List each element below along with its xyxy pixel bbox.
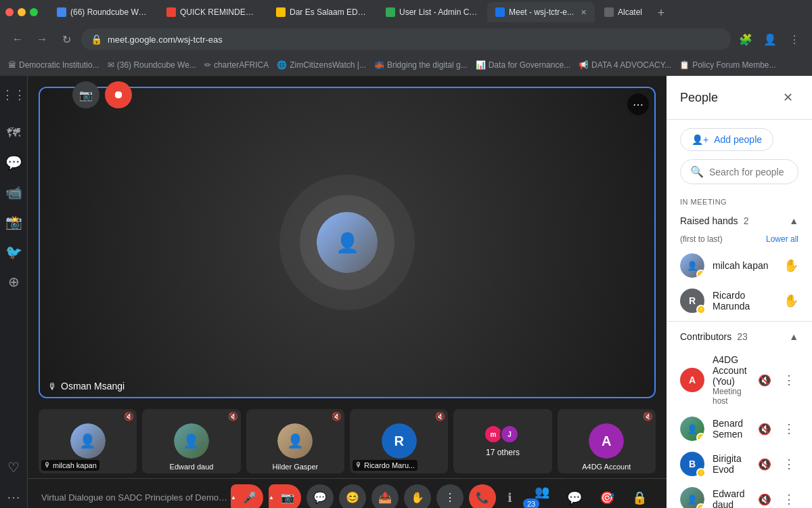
search-input[interactable] [709, 167, 788, 177]
thumb-others[interactable]: m J 17 others [453, 409, 551, 473]
mic-muted-indicator: 🎙 [48, 381, 57, 391]
profile-button[interactable]: 👤 [761, 30, 780, 49]
tab-userlist[interactable]: User List - Admin Conso... [378, 2, 486, 22]
person-info-a4dg: A4DG Account (You) Meeting host [713, 354, 750, 406]
person-info-birigita: Birigita Evod [713, 453, 750, 475]
contributors-section-header[interactable]: Contributors 23 ▲ [667, 324, 812, 349]
lower-all-button[interactable]: Lower all [766, 234, 798, 244]
person-info-edward-contrib: Edward daud [713, 488, 750, 508]
menu-button[interactable]: ⋮ [785, 30, 804, 49]
thumb-name-a4dg: A4DG Account [560, 463, 653, 471]
lock-button[interactable]: 🔒 [626, 484, 653, 509]
mic-muted-edward: 🔇 [758, 493, 771, 506]
host-badge-birigita: ⭐ [696, 468, 706, 478]
main-controls: ▲ 🎤 ▲ 📷 💬 😊 📤 ✋ ⋮ 📞 [231, 484, 496, 509]
maps-icon[interactable]: 🗺 [0, 119, 27, 146]
more-options-icon[interactable]: ⋯ [0, 484, 27, 508]
tab-dar[interactable]: Dar Es Salaam EDITION [268, 2, 376, 22]
messenger-icon[interactable]: 💬 [0, 149, 27, 176]
search-box: 🔍 [680, 159, 798, 184]
mic-muted-benard: 🔇 [758, 423, 771, 436]
info-button[interactable]: ℹ [496, 484, 523, 509]
thumb-name-ricardo: 🎙 Ricardo Maru... [353, 460, 418, 471]
thumb-avatar-a4dg: A [589, 423, 624, 459]
camera-off-indicator[interactable]: 📷 [72, 81, 99, 108]
thumb-ricardo[interactable]: R 🔇 🎙 Ricardo Maru... [350, 409, 448, 473]
participants-button-wrapper[interactable]: 👥 23 [528, 478, 556, 509]
person-more-edward[interactable]: ⋮ [780, 490, 798, 508]
activities-button[interactable]: 🎯 [593, 484, 621, 509]
avatar-inner-circle: 👤 [300, 195, 394, 290]
mic-toggle-button[interactable]: 🎤 [236, 484, 263, 509]
person-info-milcah: milcah kapan [713, 260, 775, 271]
new-tab-button[interactable]: + [652, 3, 671, 22]
forward-button[interactable]: → [32, 30, 51, 49]
thumb-img-ricardo: R [382, 423, 417, 459]
google-apps-icon[interactable]: ⋮⋮ [0, 81, 27, 108]
bookmark-2[interactable]: ✉ (36) Roundcube We... [108, 60, 196, 70]
raise-hand-icon-milcah: ✋ [784, 258, 798, 273]
thumb-edward[interactable]: 👤 🔇 Edward daud [142, 409, 240, 473]
person-name-edward-contrib: Edward daud [713, 488, 750, 508]
main-video-frame: 👤 ⋯ 🎙 Osman Msangi [39, 87, 656, 398]
speaker-profile-pic: 👤 [317, 212, 378, 273]
bookmark-4[interactable]: 🌐 ZimCitizensWatch |... [277, 60, 366, 70]
tab-favicon [604, 7, 614, 17]
bookmark-3[interactable]: ✏ charterAFRICA [204, 60, 269, 70]
person-more-a4dg[interactable]: ⋮ [780, 371, 798, 389]
bookmark-7[interactable]: 📢 DATA 4 ADVOCACY... [579, 60, 671, 70]
extensions-button[interactable]: 🧩 [736, 30, 755, 49]
person-more-benard[interactable]: ⋮ [780, 419, 798, 438]
thumb-mic-off-ricardo: 🔇 [435, 412, 445, 421]
leave-call-button[interactable]: 📞 [469, 484, 496, 509]
tab-reminder[interactable]: QUICK REMINDER – yus... [158, 2, 267, 22]
mic-expand-btn[interactable]: ▲ [231, 484, 236, 509]
captions-button[interactable]: 💬 [307, 484, 334, 509]
tab-favicon [166, 7, 176, 17]
twitter-icon[interactable]: 🐦 [0, 238, 27, 266]
thumb-hilder[interactable]: 👤 🔇 Hilder Gasper [246, 409, 344, 473]
thumb-milcah[interactable]: 👤 🔇 🎙 milcah kapan [39, 409, 137, 473]
camera-expand-btn[interactable]: ▲ [269, 484, 274, 509]
reload-button[interactable]: ↻ [57, 30, 76, 49]
camera-toggle-button[interactable]: 📷 [274, 484, 301, 509]
recording-button[interactable]: ⏺ [105, 81, 132, 108]
thumb-avatar-edward: 👤 [174, 423, 209, 459]
maximize-window-btn[interactable] [30, 8, 38, 16]
panel-close-button[interactable]: ✕ [777, 87, 798, 108]
panel-header: People ✕ [667, 76, 812, 120]
tab-alcatel[interactable]: Alcatel [596, 2, 650, 22]
bookmark-6[interactable]: 📊 Data for Governance... [476, 60, 570, 70]
bookmark-8[interactable]: 📋 Policy Forum Membe... [679, 60, 775, 70]
raised-hands-section-header[interactable]: Raised hands 2 ▲ [667, 209, 812, 233]
emoji-button[interactable]: 😊 [339, 484, 366, 509]
first-last-row: (first to last) Lower all [667, 233, 812, 248]
tab-roundcube[interactable]: (66) Roundcube Webma... [49, 2, 157, 22]
contributor-edward: 👤 ⭐ Edward daud 🔇 ⋮ [667, 482, 812, 508]
raised-hands-label: Raised hands [680, 215, 738, 226]
heart-icon[interactable]: ♡ [0, 454, 27, 481]
raise-hand-button[interactable]: ✋ [404, 484, 431, 509]
close-window-btn[interactable] [5, 8, 14, 16]
thumb-a4dg[interactable]: A 🔇 A4DG Account [558, 409, 656, 473]
instagram-icon[interactable]: 📸 [0, 209, 27, 236]
tab-close-btn[interactable]: ✕ [581, 8, 587, 17]
bookmark-1[interactable]: 🏛 Democratic Institutio... [8, 60, 99, 70]
present-button[interactable]: 📤 [371, 484, 399, 509]
add-people-button[interactable]: 👤+ Add people [680, 128, 773, 151]
back-button[interactable]: ← [8, 30, 27, 49]
meeting-title-display: Virtual Dialogue on SADC Principles of D… [41, 492, 231, 503]
video-more-button[interactable]: ⋯ [627, 93, 649, 115]
avatar-edward-contrib: 👤 ⭐ [680, 487, 704, 508]
more-apps-icon[interactable]: ⊕ [0, 268, 27, 295]
person-more-birigita[interactable]: ⋮ [780, 454, 798, 473]
first-last-text: (first to last) [680, 234, 723, 244]
tab-meet[interactable]: Meet - wsj-tctr-e... ✕ [487, 2, 595, 22]
minimize-window-btn[interactable] [18, 8, 26, 16]
chat-button[interactable]: 💬 [561, 484, 588, 509]
meet-icon[interactable]: 📹 [0, 179, 27, 206]
more-options-button[interactable]: ⋮ [436, 484, 464, 509]
tab-label: Alcatel [618, 7, 642, 17]
bookmark-5[interactable]: 🌉 Bridging the digital g... [374, 60, 468, 70]
address-bar[interactable]: 🔒 meet.google.com/wsj-tctr-eas [81, 28, 731, 50]
